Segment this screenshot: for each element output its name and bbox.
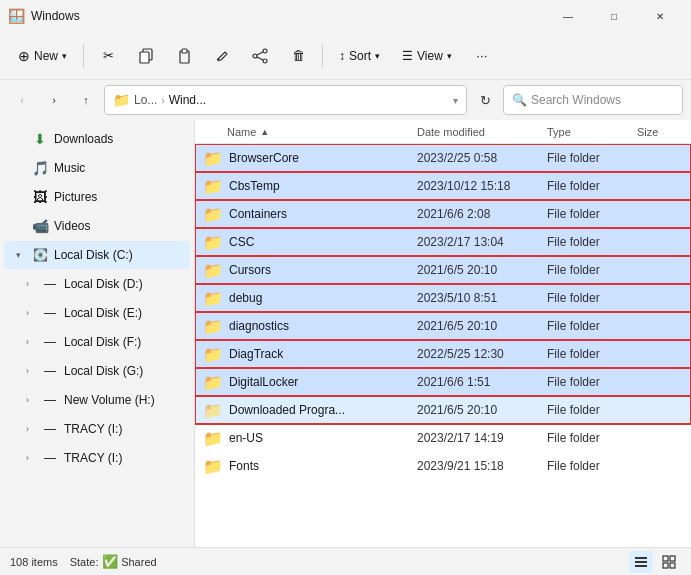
folder-icon: 📁 [203, 148, 223, 168]
forward-button[interactable]: › [40, 86, 68, 114]
file-name: CbsTemp [229, 179, 417, 193]
disk-icon: — [42, 421, 58, 437]
maximize-button[interactable]: □ [591, 0, 637, 32]
file-type: File folder [547, 347, 637, 361]
file-date: 2021/6/5 20:10 [417, 403, 547, 417]
svg-rect-10 [635, 561, 647, 563]
file-name: Downloaded Progra... [229, 403, 417, 417]
col-size-header[interactable]: Size [637, 126, 687, 138]
table-row[interactable]: 📁 CSC 2023/2/17 13:04 File folder [195, 228, 691, 256]
sidebar-item-local-e[interactable]: › — Local Disk (E:) [4, 299, 190, 327]
expand-icon: › [26, 453, 36, 463]
sidebar: ⬇ Downloads 🎵 Music 🖼 Pictures 📹 Videos … [0, 120, 195, 547]
table-row[interactable]: 📁 debug 2023/5/10 8:51 File folder [195, 284, 691, 312]
svg-rect-1 [140, 52, 149, 63]
sidebar-item-pictures[interactable]: 🖼 Pictures [4, 183, 190, 211]
svg-point-5 [253, 54, 257, 58]
table-row[interactable]: 📁 DiagTrack 2022/5/25 12:30 File folder [195, 340, 691, 368]
sort-label: Sort [349, 49, 371, 63]
disk-icon: — [42, 363, 58, 379]
address-box[interactable]: 📁 Lo... › Wind... ▾ [104, 85, 467, 115]
search-placeholder: Search Windows [531, 93, 621, 107]
music-icon: 🎵 [32, 160, 48, 176]
table-row[interactable]: 📁 diagnostics 2021/6/5 20:10 File folder [195, 312, 691, 340]
more-button[interactable]: ··· [464, 38, 500, 74]
folder-icon: 📁 [203, 456, 223, 476]
details-view-button[interactable] [629, 551, 653, 573]
up-button[interactable]: ↑ [72, 86, 100, 114]
file-date: 2021/6/6 1:51 [417, 375, 547, 389]
table-row[interactable]: 📁 Downloaded Progra... 2021/6/5 20:10 Fi… [195, 396, 691, 424]
file-name: debug [229, 291, 417, 305]
back-button[interactable]: ‹ [8, 86, 36, 114]
svg-rect-3 [182, 49, 187, 53]
sidebar-item-local-f[interactable]: › — Local Disk (F:) [4, 328, 190, 356]
separator-1 [83, 44, 84, 68]
plus-icon: ⊕ [18, 48, 30, 64]
search-box[interactable]: 🔍 Search Windows [503, 85, 683, 115]
file-type: File folder [547, 403, 637, 417]
sidebar-item-local-g[interactable]: › — Local Disk (G:) [4, 357, 190, 385]
file-date: 2023/10/12 15:18 [417, 179, 547, 193]
folder-icon: 📁 [203, 260, 223, 280]
share-button[interactable] [242, 38, 278, 74]
more-icon: ··· [476, 48, 487, 63]
search-icon: 🔍 [512, 93, 527, 107]
table-row[interactable]: 📁 DigitalLocker 2021/6/6 1:51 File folde… [195, 368, 691, 396]
cut-button[interactable]: ✂ [90, 38, 126, 74]
close-button[interactable]: ✕ [637, 0, 683, 32]
address-crumb-parent: Lo... [134, 93, 157, 107]
sidebar-item-music[interactable]: 🎵 Music [4, 154, 190, 182]
table-row[interactable]: 📁 BrowserCore 2023/2/25 0:58 File folder [195, 144, 691, 172]
disk-icon: — [42, 334, 58, 350]
table-row[interactable]: 📁 CbsTemp 2023/10/12 15:18 File folder [195, 172, 691, 200]
file-type: File folder [547, 459, 637, 473]
file-name: Containers [229, 207, 417, 221]
table-row[interactable]: 📁 Cursors 2021/6/5 20:10 File folder [195, 256, 691, 284]
sidebar-item-new-volume[interactable]: › — New Volume (H:) [4, 386, 190, 414]
sidebar-item-videos[interactable]: 📹 Videos [4, 212, 190, 240]
sidebar-item-label: Local Disk (F:) [64, 335, 141, 349]
refresh-button[interactable]: ↻ [471, 86, 499, 114]
table-row[interactable]: 📁 en-US 2023/2/17 14:19 File folder [195, 424, 691, 452]
table-row[interactable]: 📁 Fonts 2023/9/21 15:18 File folder [195, 452, 691, 480]
minimize-button[interactable]: — [545, 0, 591, 32]
sidebar-item-downloads[interactable]: ⬇ Downloads [4, 125, 190, 153]
sidebar-item-local-d[interactable]: › — Local Disk (D:) [4, 270, 190, 298]
sidebar-item-local-c[interactable]: ▾ 💽 Local Disk (C:) [4, 241, 190, 269]
statusbar: 108 items State: ✅ Shared [0, 547, 691, 575]
sidebar-item-tracy-i2[interactable]: › — TRACY (I:) [4, 444, 190, 472]
items-count: 108 items [10, 556, 58, 568]
folder-icon: 📁 [203, 176, 223, 196]
sort-arrow-icon: ▲ [260, 127, 269, 137]
toolbar: ⊕ New ▾ ✂ 🗑 ↕ Sort ▾ ☰ View ▾ ··· [0, 32, 691, 80]
delete-button[interactable]: 🗑 [280, 38, 316, 74]
file-name: diagnostics [229, 319, 417, 333]
column-headers: Name ▲ Date modified Type Size [195, 120, 691, 144]
col-name-header[interactable]: Name ▲ [199, 126, 417, 138]
view-button[interactable]: ☰ View ▾ [392, 38, 462, 74]
sidebar-item-label: Videos [54, 219, 90, 233]
file-date: 2023/9/21 15:18 [417, 459, 547, 473]
rename-button[interactable] [204, 38, 240, 74]
file-date: 2021/6/6 2:08 [417, 207, 547, 221]
file-date: 2021/6/5 20:10 [417, 263, 547, 277]
folder-icon: 📁 [203, 344, 223, 364]
file-list: 📁 BrowserCore 2023/2/25 0:58 File folder… [195, 144, 691, 547]
paste-button[interactable] [166, 38, 202, 74]
copy-button[interactable] [128, 38, 164, 74]
sort-button[interactable]: ↕ Sort ▾ [329, 38, 390, 74]
file-date: 2023/2/17 13:04 [417, 235, 547, 249]
disk-icon: — [42, 305, 58, 321]
file-type: File folder [547, 319, 637, 333]
col-type-header[interactable]: Type [547, 126, 637, 138]
col-date-header[interactable]: Date modified [417, 126, 547, 138]
table-row[interactable]: 📁 Containers 2021/6/6 2:08 File folder [195, 200, 691, 228]
file-date: 2023/2/17 14:19 [417, 431, 547, 445]
file-name: DigitalLocker [229, 375, 417, 389]
addressbar: ‹ › ↑ 📁 Lo... › Wind... ▾ ↻ 🔍 Search Win… [0, 80, 691, 120]
sidebar-item-tracy-i1[interactable]: › — TRACY (I:) [4, 415, 190, 443]
sort-icon: ↕ [339, 49, 345, 63]
tiles-view-button[interactable] [657, 551, 681, 573]
new-button[interactable]: ⊕ New ▾ [8, 38, 77, 74]
